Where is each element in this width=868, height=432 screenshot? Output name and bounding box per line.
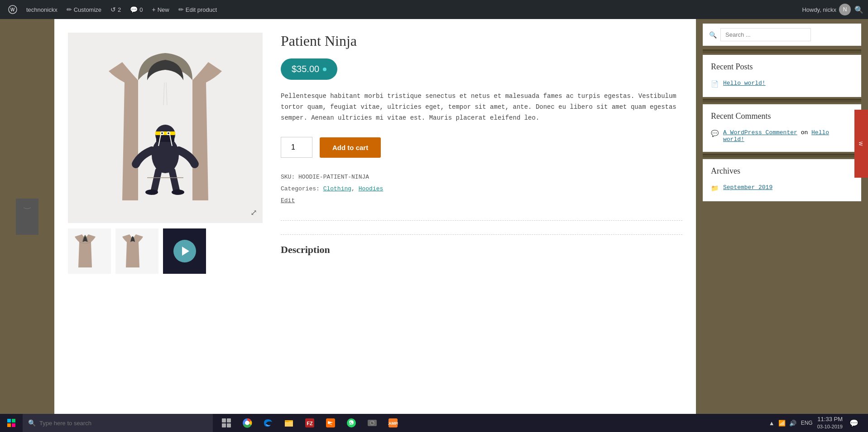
product-description: Pellentesque habitant morbi tristique se… [281,91,682,123]
sidebar-decoration-1 [703,49,861,53]
wp-logo-item[interactable]: W [5,0,21,19]
new-label: New [158,6,169,13]
sidebar-decoration-2 [703,99,861,102]
play-button[interactable] [173,240,196,262]
sublime-app[interactable] [321,414,340,432]
category-clothing-link[interactable]: Clothing [323,185,351,192]
edit-row: Edit [281,195,682,207]
new-item[interactable]: + New [149,0,173,19]
thumbnail-1[interactable] [68,228,111,274]
camera-app[interactable] [362,414,382,432]
customize-item[interactable]: ✏ Customize [63,0,105,19]
revisions-item[interactable]: ↺ 2 [107,0,125,19]
left-panel [0,19,54,414]
edit-product-link[interactable]: Edit [281,197,295,204]
sidebar-search-widget: 🔍 [703,24,861,46]
admin-search-icon[interactable]: 🔍 [854,5,863,14]
svg-rect-22 [222,418,226,422]
file-explorer-app[interactable] [279,414,299,432]
comment-on-text: on [801,129,808,136]
description-heading: Description [281,234,682,256]
price-badge: $35.00 [281,58,337,80]
edit-product-item[interactable]: ✏ Edit product [175,0,221,19]
product-meta: SKU: HOODIE-PATIENT-NINJA Categories: Cl… [281,171,682,207]
comments-count: 0 [139,6,143,13]
start-button[interactable] [0,414,23,432]
customize-label: Customize [74,6,101,13]
folder-icon: 📁 [711,184,719,192]
xampp-app[interactable]: XAMPP [383,414,403,432]
product-page: ⤢ [54,19,696,414]
time-display: 11:33 PM [817,415,843,423]
category-hoodies-link[interactable]: Hoodies [359,185,384,192]
archives-title: Archives [711,166,853,176]
thumbnail-2[interactable] [115,228,158,274]
recent-posts-title: Recent Posts [711,62,853,72]
notification-button[interactable]: 💬 [847,414,861,432]
volume-icon[interactable]: 🔊 [789,420,796,427]
svg-text:XAMPP: XAMPP [388,421,398,426]
taskbar-search-icon: 🔍 [28,419,36,427]
add-to-cart-button[interactable]: Add to cart [320,137,381,158]
date-display: 03-10-2019 [817,423,843,430]
chrome-app[interactable] [237,414,257,432]
thumbnail-video[interactable] [163,228,206,274]
edge-app[interactable] [258,414,278,432]
whatsapp-app[interactable] [341,414,361,432]
svg-point-28 [245,421,249,425]
main-product-image[interactable]: ⤢ [68,33,263,223]
sidebar-search-input[interactable] [720,28,811,41]
prev-product-thumb[interactable] [16,199,38,235]
svg-rect-19 [12,419,15,422]
taskbar-right: ▲ 📶 🔊 ENG 11:33 PM 03-10-2019 💬 [769,414,868,432]
taskbar-clock[interactable]: 11:33 PM 03-10-2019 [817,415,843,431]
svg-line-15 [166,83,167,105]
recent-comment-item-1: 💬 A WordPress Commenter on Hello world! [711,127,853,145]
recent-comments-title: Recent Comments [711,112,853,121]
svg-rect-4 [155,131,175,135]
filezilla-app[interactable]: FZ [300,414,320,432]
site-name-item[interactable]: technonickx [23,0,61,19]
edit-product-label: Edit product [186,6,217,13]
svg-rect-20 [7,423,11,427]
main-content: ⤢ [0,19,868,414]
svg-rect-25 [227,423,231,427]
expand-icon[interactable]: ⤢ [250,208,257,218]
price-value: $35.00 [292,64,319,74]
taskbar: 🔍 [0,414,868,432]
svg-rect-21 [12,423,15,427]
categories-row: Categories: Clothing, Hoodies [281,183,682,195]
svg-point-37 [373,422,374,422]
sidebar-search-icon: 🔍 [709,31,717,39]
right-edge-product: W [854,110,868,178]
avatar: N [839,4,851,15]
archive-item-1: 📁 September 2019 [711,182,853,194]
play-triangle-icon [182,247,189,256]
howdy-text: Howdy, nickx [802,6,836,13]
comments-item[interactable]: 💬 0 [126,0,146,19]
product-thumbnails [68,228,263,274]
howdy-item[interactable]: Howdy, nickx N [802,4,851,15]
categories-label: Categories: [281,185,320,192]
task-view-button[interactable] [216,414,236,432]
recent-post-link-1[interactable]: Hello world! [723,80,766,87]
wifi-icon[interactable]: 📶 [778,420,786,427]
svg-point-7 [161,132,163,134]
revisions-count: 2 [118,6,121,13]
quantity-input[interactable] [281,137,312,158]
system-icons: ▲ 📶 🔊 [769,420,796,427]
archive-link-1[interactable]: September 2019 [723,184,772,191]
taskbar-search-input[interactable] [39,420,202,427]
sidebar-decoration-3 [703,154,861,157]
taskbar-search-bar[interactable]: 🔍 [23,414,213,432]
site-name: technonickx [26,6,58,13]
recent-comments-widget: Recent Comments 💬 A WordPress Commenter … [703,104,861,152]
price-dot [323,68,326,71]
comment-icon: 💬 [711,130,719,137]
network-icon[interactable]: ▲ [769,420,775,427]
sku-label: SKU: [281,174,295,180]
commenter-link[interactable]: A WordPress Commenter [723,129,797,136]
sku-row: SKU: HOODIE-PATIENT-NINJA [281,171,682,183]
recent-post-item-1: 📄 Hello world! [711,78,853,90]
recent-posts-widget: Recent Posts 📄 Hello world! [703,55,861,97]
